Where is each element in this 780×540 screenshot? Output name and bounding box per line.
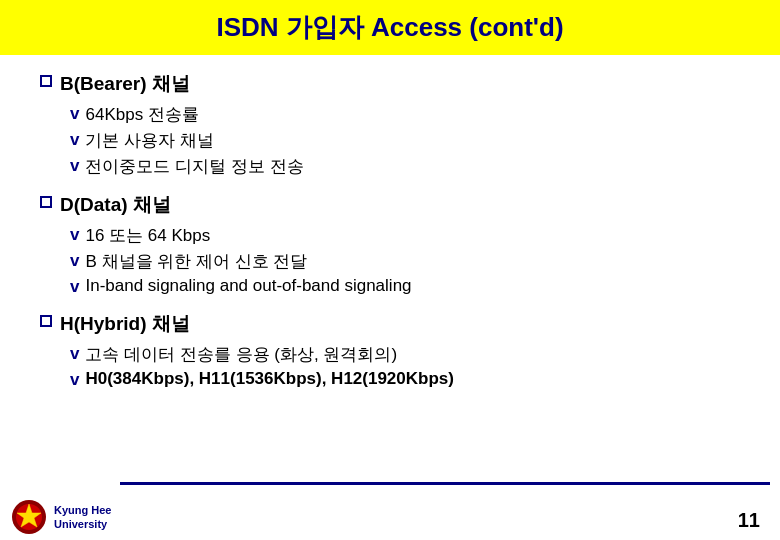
university-name: Kyung Hee University	[54, 503, 111, 532]
slide-title: ISDN 가입자 Access (cont'd)	[216, 12, 563, 42]
data-item-3: In-band signaling and out-of-band signal…	[85, 276, 411, 296]
hybrid-bullet	[40, 315, 52, 327]
university-logo	[10, 498, 48, 536]
bearer-bullet	[40, 75, 52, 87]
sub-bullet-icon: v	[70, 344, 79, 364]
list-item: v 고속 데이터 전송를 응용 (화상, 원격회의)	[70, 343, 740, 366]
slide-content: B(Bearer) 채널 v 64Kbps 전송률 v 기본 사용자 채널 v …	[0, 55, 780, 414]
sub-bullet-icon: v	[70, 104, 79, 124]
footer: Kyung Hee University 11	[0, 480, 780, 540]
slide: ISDN 가입자 Access (cont'd) B(Bearer) 채널 v …	[0, 0, 780, 540]
hybrid-item-2: H0(384Kbps), H11(1536Kbps), H12(1920Kbps…	[85, 369, 453, 389]
hybrid-items: v 고속 데이터 전송를 응용 (화상, 원격회의) v H0(384Kbps)…	[70, 343, 740, 390]
title-bar: ISDN 가입자 Access (cont'd)	[0, 0, 780, 55]
list-item: v 64Kbps 전송률	[70, 103, 740, 126]
data-item-2: B 채널을 위한 제어 신호 전달	[85, 250, 307, 273]
footer-line	[120, 482, 770, 485]
bearer-items: v 64Kbps 전송률 v 기본 사용자 채널 v 전이중모드 디지털 정보 …	[70, 103, 740, 178]
data-items: v 16 또는 64 Kbps v B 채널을 위한 제어 신호 전달 v In…	[70, 224, 740, 297]
bearer-item-2: 기본 사용자 채널	[85, 129, 213, 152]
hybrid-item-1: 고속 데이터 전송를 응용 (화상, 원격회의)	[85, 343, 397, 366]
sub-bullet-icon: v	[70, 156, 79, 176]
list-item: v H0(384Kbps), H11(1536Kbps), H12(1920Kb…	[70, 369, 740, 390]
bearer-item-1: 64Kbps 전송률	[85, 103, 198, 126]
sub-bullet-icon: v	[70, 251, 79, 271]
hybrid-title: H(Hybrid) 채널	[60, 311, 190, 337]
list-item: v 기본 사용자 채널	[70, 129, 740, 152]
sub-bullet-icon: v	[70, 277, 79, 297]
section-hybrid: H(Hybrid) 채널 v 고속 데이터 전송를 응용 (화상, 원격회의) …	[40, 311, 740, 390]
list-item: v In-band signaling and out-of-band sign…	[70, 276, 740, 297]
list-item: v 전이중모드 디지털 정보 전송	[70, 155, 740, 178]
bearer-title: B(Bearer) 채널	[60, 71, 190, 97]
svg-point-3	[25, 513, 33, 521]
section-data: D(Data) 채널 v 16 또는 64 Kbps v B 채널을 위한 제어…	[40, 192, 740, 297]
data-item-1: 16 또는 64 Kbps	[85, 224, 210, 247]
list-item: v B 채널을 위한 제어 신호 전달	[70, 250, 740, 273]
sub-bullet-icon: v	[70, 225, 79, 245]
footer-logo-area: Kyung Hee University	[10, 498, 111, 536]
list-item: v 16 또는 64 Kbps	[70, 224, 740, 247]
bearer-item-3: 전이중모드 디지털 정보 전송	[85, 155, 303, 178]
section-bearer: B(Bearer) 채널 v 64Kbps 전송률 v 기본 사용자 채널 v …	[40, 71, 740, 178]
page-number: 11	[738, 509, 760, 532]
sub-bullet-icon: v	[70, 130, 79, 150]
data-title: D(Data) 채널	[60, 192, 171, 218]
data-bullet	[40, 196, 52, 208]
sub-bullet-icon: v	[70, 370, 79, 390]
